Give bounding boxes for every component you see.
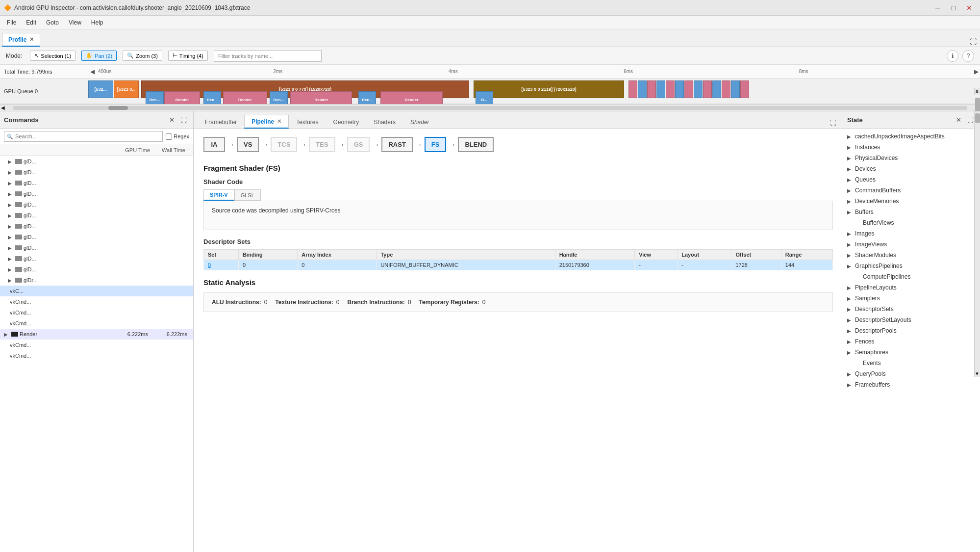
cmd-arrow[interactable]: ▶	[8, 213, 14, 218]
cmd-row-vkc-2[interactable]: vkCmd...	[0, 307, 193, 318]
gpu-small-block[interactable]	[712, 80, 721, 98]
tab-pipeline-close[interactable]: ✕	[277, 118, 281, 125]
regex-checkbox[interactable]	[166, 133, 172, 140]
pipe-tcs[interactable]: TCS	[271, 137, 297, 152]
regex-checkbox-label[interactable]: Regex	[166, 133, 189, 140]
cmd-row-7[interactable]: ▶ glD...	[0, 232, 193, 242]
state-item-cpipelines[interactable]: ▶ ComputePipelines	[843, 271, 980, 282]
scroll-bottom-arrow[interactable]: ▼	[975, 370, 980, 377]
cmd-row-11[interactable]: ▶ glDr...	[0, 275, 193, 286]
gpu-block-8[interactable]: Render	[290, 91, 352, 104]
gpu-small-block[interactable]	[684, 80, 693, 98]
state-item-imgviews[interactable]: ▶ ImageViews	[843, 239, 980, 250]
cmd-row-render[interactable]: ▶ Render 6.222ms 6.222ms	[0, 329, 193, 340]
pipe-vs[interactable]: VS	[237, 137, 259, 152]
cmd-row-5[interactable]: ▶ glD...	[0, 210, 193, 221]
cmd-row-6[interactable]: ▶ glD...	[0, 221, 193, 232]
cmd-arrow[interactable]: ▶	[8, 224, 14, 229]
menu-file[interactable]: File	[2, 17, 21, 28]
center-expand[interactable]: ⛶	[827, 117, 839, 129]
desc-set[interactable]: 0	[204, 260, 239, 270]
gpu-block-6[interactable]: Render	[223, 91, 267, 104]
cmd-arrow[interactable]: ▶	[4, 332, 10, 337]
cmd-row-9[interactable]: ▶ glD...	[0, 253, 193, 264]
gpu-tracks[interactable]: [532... [5323 0... [5323 0 0 770] (1520x…	[88, 79, 974, 104]
cmd-row-vkc-1[interactable]: vkCmd...	[0, 296, 193, 307]
profile-tab-close[interactable]: ✕	[29, 36, 34, 43]
state-scrollbar-thumb[interactable]	[975, 113, 980, 123]
mode-zoom[interactable]: 🔍 Zoom (3)	[123, 51, 162, 61]
gpu-block-0[interactable]: [532...	[88, 80, 113, 98]
state-item-devices[interactable]: ▶ Devices	[843, 163, 980, 174]
cmd-arrow[interactable]: ▶	[8, 170, 14, 175]
state-item-descsetlayouts[interactable]: ▶ DescriptorSetLayouts	[843, 315, 980, 325]
help-button[interactable]: ?	[962, 50, 974, 62]
cmd-arrow[interactable]: ▶	[8, 235, 14, 240]
gpu-small-block[interactable]	[722, 80, 730, 98]
pipe-ia[interactable]: IA	[203, 137, 225, 152]
state-item-pipelayouts[interactable]: ▶ PipelineLayouts	[843, 282, 980, 293]
cmd-arrow[interactable]: ▶	[8, 159, 14, 164]
menu-help[interactable]: Help	[86, 17, 108, 28]
menu-goto[interactable]: Goto	[41, 17, 64, 28]
gpu-small-block[interactable]	[703, 80, 712, 98]
minimize-button[interactable]: ─	[931, 2, 945, 14]
gpu-small-block[interactable]	[638, 80, 647, 98]
cmd-row-vkc-5[interactable]: vkCmd...	[0, 350, 193, 361]
gpu-block-4[interactable]: Render	[164, 91, 200, 104]
mode-timing[interactable]: ⊢ Timing (4)	[168, 51, 208, 61]
state-item-buffers[interactable]: ▶ Buffers	[843, 207, 980, 217]
commands-close[interactable]: ✕	[166, 114, 177, 126]
scroll-right[interactable]: ▶	[972, 68, 980, 75]
cmd-row-0[interactable]: ▶ glD...	[0, 156, 193, 167]
gpu-small-block[interactable]	[675, 80, 684, 98]
desc-row-0[interactable]: 0 0 0 UNIFORM_BUFFER_DYNAMIC 2150179360 …	[204, 260, 833, 270]
pipe-tes[interactable]: TES	[309, 137, 335, 152]
gpu-small-block[interactable]	[731, 80, 740, 98]
state-item-semaphores[interactable]: ▶ Semaphores	[843, 347, 980, 358]
state-item-querypools[interactable]: ▶ QueryPools	[843, 368, 980, 379]
maximize-button[interactable]: □	[947, 2, 960, 14]
tab-bar-expand[interactable]: ⛶	[968, 37, 978, 47]
pipe-rast[interactable]: RAST	[381, 137, 412, 152]
cmd-row-2[interactable]: ▶ glD...	[0, 178, 193, 188]
state-item-instances[interactable]: ▶ Instances	[843, 142, 980, 153]
tab-shader[interactable]: Shader	[403, 115, 437, 129]
gpu-small-block[interactable]	[647, 80, 656, 98]
glsl-tab[interactable]: GLSL	[234, 189, 261, 201]
hscroll-thumb[interactable]	[108, 106, 128, 110]
state-item-framebuffers[interactable]: ▶ Framebuffers	[843, 379, 980, 390]
state-item-samplers[interactable]: ▶ Samplers	[843, 293, 980, 304]
timeline-scrollbar[interactable]: ▲ ▼	[974, 88, 980, 95]
gpu-block-3[interactable]: Ren...	[146, 91, 163, 104]
mode-selection[interactable]: ↖ Selection (1)	[30, 51, 75, 61]
cmd-row-8[interactable]: ▶ glD...	[0, 242, 193, 253]
pipe-gs[interactable]: GS	[347, 137, 370, 152]
scroll-down-arrow[interactable]: ▼	[975, 88, 980, 95]
cmd-row-4[interactable]: ▶ glD...	[0, 199, 193, 210]
state-item-devmem[interactable]: ▶ DeviceMemories	[843, 196, 980, 207]
scroll-left[interactable]: ◀	[88, 68, 96, 75]
tab-pipeline[interactable]: Pipeline ✕	[244, 115, 289, 129]
state-item-cached[interactable]: ▶ cachedUnpackedImageAspectBits	[843, 131, 980, 142]
state-scrollbar[interactable]	[974, 111, 980, 308]
gpu-small-block[interactable]	[694, 80, 703, 98]
profile-tab[interactable]: Profile ✕	[2, 33, 40, 47]
state-close[interactable]: ✕	[953, 114, 964, 126]
gpu-small-block[interactable]	[740, 80, 749, 98]
state-item-queues[interactable]: ▶ Queues	[843, 174, 980, 185]
cmd-arrow[interactable]: ▶	[8, 245, 14, 251]
state-item-descsets[interactable]: ▶ DescriptorSets	[843, 304, 980, 315]
gpu-block-5[interactable]: Ren...	[203, 91, 221, 104]
cmd-arrow[interactable]: ▶	[8, 278, 14, 283]
hscroll-left[interactable]: ◀	[1, 105, 5, 110]
pipe-fs[interactable]: FS	[425, 137, 447, 152]
info-button[interactable]: ℹ	[947, 50, 958, 62]
menu-view[interactable]: View	[64, 17, 86, 28]
menu-edit[interactable]: Edit	[21, 17, 41, 28]
cmd-arrow[interactable]: ▶	[8, 256, 14, 262]
horizontal-scrollbar[interactable]: ◀ ▶	[0, 104, 980, 111]
cmd-row-vkc-4[interactable]: vkCmd...	[0, 340, 193, 350]
close-button[interactable]: ✕	[962, 2, 976, 14]
cmd-row-vkc-3[interactable]: vkCmd...	[0, 318, 193, 329]
